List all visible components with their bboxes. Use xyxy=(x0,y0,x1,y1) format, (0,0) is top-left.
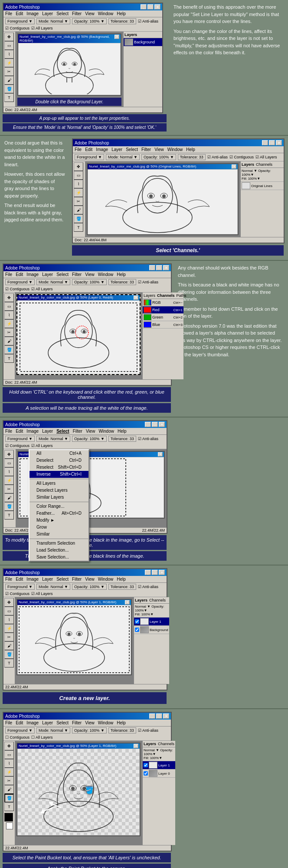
menu-layer-5[interactable]: Layer xyxy=(42,577,53,582)
tool-move[interactable]: ✤ xyxy=(4,33,14,41)
tool-wand-5[interactable]: ⚡ xyxy=(4,624,14,633)
menu-item-similarlayers[interactable]: Similar Layers xyxy=(29,494,88,501)
menu-filter-4[interactable]: Filter xyxy=(73,429,82,434)
menu-window-5[interactable]: Window xyxy=(98,577,114,582)
menu-filter-1[interactable]: Filter xyxy=(72,11,82,16)
menu-help-2[interactable]: Help xyxy=(186,147,195,152)
close-btn-5[interactable]: ✕ xyxy=(159,570,165,575)
channels-tab-6[interactable]: Channels xyxy=(158,742,174,746)
inner-close-6[interactable]: ✕ xyxy=(134,744,138,748)
minimize-btn-1[interactable]: _ xyxy=(141,4,147,10)
minimize-btn-5[interactable]: _ xyxy=(145,570,151,575)
menu-item-inverse[interactable]: Inverse Shift+Ctrl+I xyxy=(29,471,88,478)
tool-text-3[interactable]: T xyxy=(4,354,14,363)
menu-item-loadselection[interactable]: Load Selection... xyxy=(29,547,88,554)
foreground-3[interactable]: Foreground ▼ xyxy=(5,279,35,285)
inner-close-1[interactable]: ✕ xyxy=(115,35,119,39)
close-btn-1[interactable]: ✕ xyxy=(154,4,160,10)
menu-file-3[interactable]: File xyxy=(5,272,12,277)
menu-item-grow[interactable]: Grow xyxy=(29,524,88,531)
menu-file-1[interactable]: File xyxy=(5,11,12,16)
menu-window-4[interactable]: Window xyxy=(98,429,114,434)
menu-layer-6[interactable]: Layer xyxy=(42,720,53,725)
layer-row-layer1-5[interactable]: Layer 1 xyxy=(134,618,169,626)
tool-select-3[interactable]: ▭ xyxy=(4,302,14,311)
minimize-btn-2[interactable]: _ xyxy=(262,140,268,145)
foreground-1[interactable]: Foreground ▼ xyxy=(5,18,35,24)
menu-file-5[interactable]: File xyxy=(5,577,12,582)
menu-select-6[interactable]: Select xyxy=(56,720,69,725)
maximize-btn-2[interactable]: □ xyxy=(269,140,275,145)
tool-crop-3[interactable]: ✂ xyxy=(4,328,14,337)
menu-item-deselect[interactable]: Deselect Ctrl+D xyxy=(29,457,88,464)
tool-select-2[interactable]: ▭ xyxy=(74,171,83,180)
menu-file-4[interactable]: File xyxy=(5,429,12,434)
foreground-2[interactable]: Foreground ▼ xyxy=(75,154,104,160)
menu-help-3[interactable]: Help xyxy=(117,272,126,277)
maximize-btn-5[interactable]: □ xyxy=(152,570,158,575)
opacity-6[interactable]: Opacity: 100% ▼ xyxy=(72,727,107,733)
menu-item-all[interactable]: All Ctrl+A xyxy=(29,450,88,457)
tool-lasso-4[interactable]: ⌇ xyxy=(4,467,14,476)
menu-image-3[interactable]: Image xyxy=(26,272,39,277)
menu-item-deselectlayers[interactable]: Deselect Layers xyxy=(29,487,88,494)
tool-move-6[interactable]: ✤ xyxy=(4,742,14,750)
tool-select-4[interactable]: ▭ xyxy=(4,459,14,467)
channel-red-3[interactable]: Red Ctrl+1 xyxy=(143,306,183,314)
menu-item-similar[interactable]: Similar xyxy=(29,531,88,538)
channels-tab-2[interactable]: Channels xyxy=(256,162,272,167)
tool-crop-6[interactable]: ✂ xyxy=(4,776,14,785)
menu-image-6[interactable]: Image xyxy=(26,720,39,725)
menu-edit-5[interactable]: Edit xyxy=(16,577,23,582)
tool-wand-6[interactable]: ⚡ xyxy=(4,768,14,776)
menu-select-5[interactable]: Select xyxy=(56,577,69,582)
mode-2[interactable]: Mode: Normal ▼ xyxy=(106,154,140,160)
menu-item-alllayers[interactable]: All Layers xyxy=(29,480,88,487)
layers-tab-ch3[interactable]: Layers xyxy=(144,293,155,298)
menu-layer-3[interactable]: Layer xyxy=(42,272,53,277)
opacity-3[interactable]: Opacity: 100% ▼ xyxy=(72,279,107,285)
background-swatch-6[interactable] xyxy=(6,822,13,829)
tool-crop-5[interactable]: ✂ xyxy=(4,633,14,641)
foreground-4[interactable]: Foreground ▼ xyxy=(5,436,35,442)
tool-lasso[interactable]: ⌇ xyxy=(4,50,14,59)
tool-wand[interactable]: ⚡ xyxy=(4,59,14,67)
tool-text-4[interactable]: T xyxy=(4,511,14,519)
maximize-btn-4[interactable]: □ xyxy=(152,422,158,427)
menu-layer-1[interactable]: Layer xyxy=(42,11,53,16)
channels-tab-5[interactable]: Channels xyxy=(149,598,166,602)
tool-fill-5[interactable]: 🪣 xyxy=(4,650,14,659)
menu-edit-4[interactable]: Edit xyxy=(16,429,23,434)
menu-item-transformselection[interactable]: Transform Selection xyxy=(29,540,88,547)
close-btn-2[interactable]: ✕ xyxy=(276,140,282,145)
menu-view-3[interactable]: View xyxy=(85,272,95,277)
channel-rgb-3[interactable]: RGB Ctrl+~ xyxy=(143,299,183,306)
menu-window-2[interactable]: Window xyxy=(167,147,183,152)
menu-view-5[interactable]: View xyxy=(85,577,95,582)
tool-brush-3[interactable]: 🖌 xyxy=(4,337,14,345)
tool-lasso-6[interactable]: ⌇ xyxy=(4,759,14,768)
mode-5[interactable]: Mode: Normal ▼ xyxy=(36,584,70,590)
inner-close-2[interactable]: ✕ xyxy=(232,164,236,169)
menu-filter-6[interactable]: Filter xyxy=(72,720,82,725)
foreground-swatch-6[interactable] xyxy=(4,813,13,822)
tool-lasso-3[interactable]: ⌇ xyxy=(4,311,14,319)
opacity-5[interactable]: Opacity: 100% ▼ xyxy=(72,584,107,590)
tool-text-2[interactable]: T xyxy=(74,223,83,232)
tool-move-2[interactable]: ✤ xyxy=(74,162,83,171)
foreground-6[interactable]: Foreground ▼ xyxy=(5,727,35,733)
tool-brush-5[interactable]: 🖌 xyxy=(4,641,14,650)
tool-crop[interactable]: ✂ xyxy=(4,67,14,76)
menu-file-6[interactable]: File xyxy=(5,720,12,725)
minimize-btn-6[interactable]: _ xyxy=(149,713,155,719)
menu-window-6[interactable]: Window xyxy=(98,720,114,725)
menu-select-4[interactable]: Select xyxy=(56,429,69,434)
tool-lasso-5[interactable]: ⌇ xyxy=(4,615,14,624)
menu-window-3[interactable]: Window xyxy=(98,272,114,277)
minimize-btn-3[interactable]: _ xyxy=(149,265,155,270)
menu-view-2[interactable]: View xyxy=(154,147,164,152)
tool-fill-6[interactable]: 🪣 xyxy=(4,794,14,802)
tool-brush-2[interactable]: 🖌 xyxy=(74,206,83,214)
tool-wand-3[interactable]: ⚡ xyxy=(4,319,14,328)
tool-fill[interactable]: 🪣 xyxy=(4,85,14,93)
